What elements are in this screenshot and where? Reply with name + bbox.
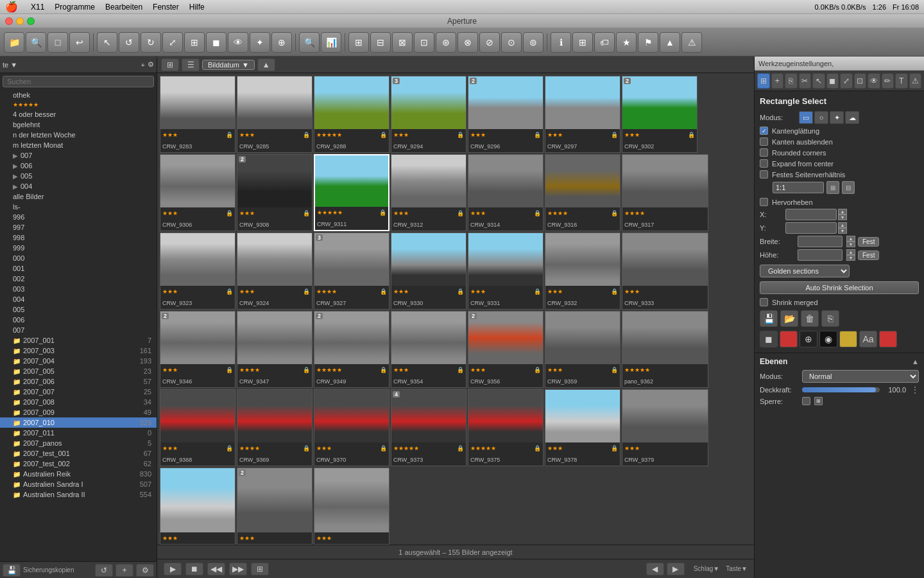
sidebar-item-2007-010[interactable]: 📁 2007_010 329 — [0, 417, 157, 428]
photo-cell-crw9306[interactable]: ★★★ 🔒 CRW_9306 — [160, 154, 235, 231]
sidebar-item-2007-006[interactable]: 📁 2007_006 57 — [0, 376, 157, 387]
stop-btn[interactable]: ⏹ — [185, 563, 203, 575]
photo-cell-crw9294[interactable]: 3 ★★★ 🔒 CRW_9294 — [391, 76, 466, 153]
deckkraft-stepper-icon[interactable]: ⋮ — [911, 385, 919, 394]
sidebar-refresh-btn[interactable]: ↺ — [95, 564, 113, 577]
rp-plus-tool[interactable]: + — [771, 73, 784, 89]
menu-programme[interactable]: Programme — [55, 3, 95, 12]
toolbar-btn-2[interactable]: 🔍 — [26, 32, 46, 53]
photo-cell-crw9311[interactable]: ★★★★★ 🔒 CRW_9311 — [314, 154, 389, 231]
rp-copy-icon-btn[interactable]: ⎘ — [821, 310, 839, 327]
toolbar-flag[interactable]: ⚑ — [638, 32, 658, 53]
photo-cell-crw9331[interactable]: ★★★ 🔒 CRW_9331 — [468, 232, 543, 310]
sidebar-item-australien-sandra2[interactable]: 📁 Australien Sandra II 554 — [0, 489, 157, 500]
modus-select[interactable]: NormalMultiplizierenBildschirm — [802, 370, 919, 383]
sidebar-item-000[interactable]: 000 — [0, 253, 157, 263]
sidebar-settings-btn[interactable]: ⚙ — [148, 60, 154, 69]
rp-black-btn[interactable]: ⊕ — [800, 331, 817, 347]
rp-breite-up[interactable]: ▲ — [846, 236, 855, 241]
rp-kantenausblenden-checkbox[interactable] — [760, 137, 768, 146]
toolbar-grid6[interactable]: ⊗ — [458, 32, 478, 53]
toolbar-grid[interactable]: ⊞ — [348, 32, 369, 53]
photo-cell-crw9317[interactable]: ★★★★ CRW_9317 — [622, 154, 708, 231]
rp-shrink-merged-checkbox[interactable] — [760, 298, 768, 306]
photo-cell-crw9297[interactable]: ★★★ 🔒 CRW_9297 — [545, 76, 620, 153]
sidebar-item-lastmonth[interactable]: m letzten Monat — [0, 140, 157, 150]
toolbar-rotate-r[interactable]: ↻ — [141, 32, 161, 53]
toolbar-btn-3[interactable]: □ — [47, 32, 68, 53]
photo-cell-crw9379[interactable]: ★★★ CRW_9379 — [622, 389, 708, 466]
rp-ratio-btn1[interactable]: ⊞ — [826, 181, 839, 194]
view-list-btn[interactable]: ☰ — [182, 58, 200, 71]
sidebar-item-australien-reik[interactable]: 📁 Australien Reik 830 — [0, 469, 157, 479]
sidebar-add-btn[interactable]: + — [141, 61, 145, 69]
rp-mode-fuzzy[interactable]: ☁ — [845, 111, 859, 124]
photo-cell-crw9308[interactable]: 2 ★★★ 🔒 CRW_9308 — [237, 154, 312, 231]
toolbar-select[interactable]: ↖ — [97, 32, 117, 53]
toolbar-grid8[interactable]: ⊙ — [501, 32, 522, 53]
toolbar-eye[interactable]: 👁 — [228, 32, 248, 53]
photo-cell-crw9314[interactable]: ★★★ 🔒 CRW_9314 — [468, 154, 543, 231]
photo-cell-crw9302[interactable]: 2 ★★★ 🔒 CRW_9302 — [622, 76, 697, 153]
photo-cell-crw9359[interactable]: ★★★ 🔒 CRW_9359 — [545, 311, 620, 388]
menu-x11[interactable]: X11 — [31, 3, 44, 12]
rp-hoehe-down[interactable]: ▼ — [846, 255, 855, 261]
toolbar-grid9[interactable]: ⊚ — [523, 32, 543, 53]
sidebar-item-all[interactable]: alle Bilder — [0, 191, 157, 202]
toolbar-grid3[interactable]: ⊠ — [392, 32, 413, 53]
toolbar-btn-4[interactable]: ↩ — [69, 32, 90, 53]
sperre-checkbox2[interactable]: ⊞ — [814, 397, 823, 405]
rp-x-down[interactable]: ▼ — [838, 215, 847, 220]
sidebar-item-003[interactable]: 003 — [0, 284, 157, 294]
rp-delete-icon-btn[interactable]: 🗑 — [801, 310, 819, 327]
deckkraft-slider[interactable] — [802, 387, 880, 392]
sort-dropdown[interactable]: Bilddatum ▼ — [202, 60, 255, 70]
sperre-checkbox1[interactable] — [802, 397, 810, 405]
rp-expand-center-checkbox[interactable] — [760, 159, 768, 168]
sidebar-search-input[interactable] — [3, 76, 154, 87]
sidebar-item-2007-008[interactable]: 📁 2007_008 34 — [0, 397, 157, 407]
sidebar-item-2007-009[interactable]: 📁 2007_009 49 — [0, 407, 157, 417]
sidebar-item-2007-001[interactable]: 📁 2007_001 7 — [0, 335, 157, 346]
rp-eye-tool[interactable]: 👁 — [868, 73, 880, 89]
rp-auto-shrink-btn[interactable]: Auto Shrink Selection — [760, 281, 919, 294]
rp-warn-tool[interactable]: ⚠ — [909, 73, 922, 89]
photo-cell-crw9368[interactable]: ★★★ 🔒 CRW_9368 — [160, 389, 235, 466]
sidebar-item-2007-test002[interactable]: 📁 2007_test_002 62 — [0, 459, 157, 469]
toolbar-color[interactable]: ▲ — [660, 32, 680, 53]
toolbar-btn-1[interactable]: 📁 — [4, 32, 24, 53]
maximize-button[interactable] — [27, 17, 35, 25]
rp-y-up[interactable]: ▲ — [838, 222, 847, 228]
rp-text-tool[interactable]: T — [895, 73, 908, 89]
rp-x-input[interactable]: 448 — [785, 209, 837, 220]
photo-cell-crw9296[interactable]: 2 ★★★ 🔒 CRW_9296 — [468, 76, 543, 153]
menu-hilfe[interactable]: Hilfe — [189, 3, 205, 12]
photo-cell-crw9381[interactable]: 2 ★★★ — [237, 468, 312, 545]
rp-ratio-input[interactable]: 1:1 — [773, 182, 824, 193]
close-button[interactable] — [5, 17, 13, 25]
menu-fenster[interactable]: Fenster — [153, 3, 179, 12]
rp-load-icon-btn[interactable]: 📂 — [780, 310, 798, 327]
sidebar-item-bibliothek[interactable]: othek — [0, 90, 157, 100]
toolbar-levels[interactable]: 📊 — [321, 32, 341, 53]
toolbar-keywords[interactable]: 🏷 — [594, 32, 615, 53]
compare-btn[interactable]: ⊞ — [251, 563, 269, 575]
photo-cell-crw9327[interactable]: 3 ★★★★ 🔒 CRW_9327 — [314, 232, 389, 310]
sidebar-item-005[interactable]: ▶ 005 — [0, 171, 157, 181]
rp-ratio-btn2[interactable]: ⊟ — [842, 181, 855, 194]
rp-mode-rect[interactable]: ▭ — [799, 111, 813, 124]
sidebar-item-005b[interactable]: 005 — [0, 304, 157, 315]
sidebar-item-lastweek[interactable]: n der letzten Woche — [0, 130, 157, 140]
sidebar-item-4stars[interactable]: 4 oder besser — [0, 109, 157, 119]
apple-menu[interactable]: 🍎 — [5, 1, 18, 13]
prev-img-btn[interactable]: ◀ — [646, 563, 664, 575]
photo-cell-crw9323[interactable]: ★★★ 🔒 CRW_9323 — [160, 232, 235, 310]
sidebar-item-001[interactable]: 001 — [0, 263, 157, 274]
rp-save-icon-btn[interactable]: 💾 — [760, 310, 778, 327]
photo-cell-pano9362[interactable]: ★★★★★ pano_9362 — [622, 311, 708, 388]
next-img-btn[interactable]: ▶ — [667, 563, 685, 575]
sidebar-item-2007-panos[interactable]: 📁 2007_panos 5 — [0, 438, 157, 448]
rp-gold-btn[interactable] — [839, 331, 857, 347]
sidebar-item-004b[interactable]: 004 — [0, 294, 157, 304]
photo-cell-crw9283[interactable]: ★★★ 🔒 CRW_9283 — [160, 76, 235, 153]
